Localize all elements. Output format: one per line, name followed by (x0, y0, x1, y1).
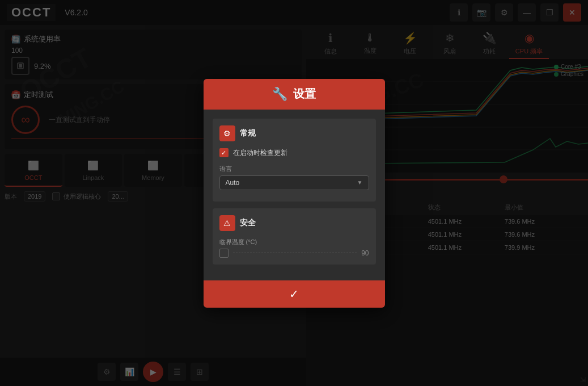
dialog-header: 🔧 设置 (204, 79, 385, 110)
dialog-body: ⚙ 常规 ✓ 在启动时检查更新 语言 Auto ▼ (204, 110, 385, 280)
modal-overlay[interactable]: 🔧 设置 ⚙ 常规 ✓ 在启动时检查更新 语言 Auto ▼ (0, 0, 588, 386)
language-row: 语言 Auto ▼ (219, 165, 369, 190)
check-update-row[interactable]: ✓ 在启动时检查更新 (219, 148, 369, 158)
general-section-header: ⚙ 常规 (219, 125, 369, 141)
temp-limit-checkbox[interactable] (219, 249, 229, 258)
dialog-title: 设置 (293, 86, 316, 102)
language-select[interactable]: Auto ▼ (219, 175, 369, 190)
general-section-title: 常规 (240, 128, 256, 139)
dotted-separator (233, 253, 357, 253)
safety-section-title: 安全 (240, 218, 256, 228)
check-update-checkbox[interactable]: ✓ (219, 148, 229, 157)
chevron-down-icon: ▼ (357, 179, 363, 186)
general-section-icon: ⚙ (219, 125, 235, 141)
temp-limit-label: 临界温度 (°C) (219, 238, 369, 246)
settings-dialog: 🔧 设置 ⚙ 常规 ✓ 在启动时检查更新 语言 Auto ▼ (204, 79, 385, 308)
temp-input-row: 90 (219, 249, 369, 258)
check-update-label: 在启动时检查更新 (233, 148, 287, 158)
safety-section-icon: ⚠ (219, 215, 235, 231)
language-label: 语言 (219, 165, 369, 173)
safety-section-header: ⚠ 安全 (219, 215, 369, 231)
confirm-button[interactable]: ✓ (204, 280, 385, 308)
dialog-header-icon: 🔧 (272, 87, 287, 102)
temp-limit-value: 90 (361, 249, 369, 257)
general-section: ⚙ 常规 ✓ 在启动时检查更新 语言 Auto ▼ (213, 119, 376, 202)
language-value: Auto (226, 179, 240, 187)
safety-section: ⚠ 安全 临界温度 (°C) 90 (213, 208, 376, 265)
confirm-icon: ✓ (289, 287, 299, 301)
